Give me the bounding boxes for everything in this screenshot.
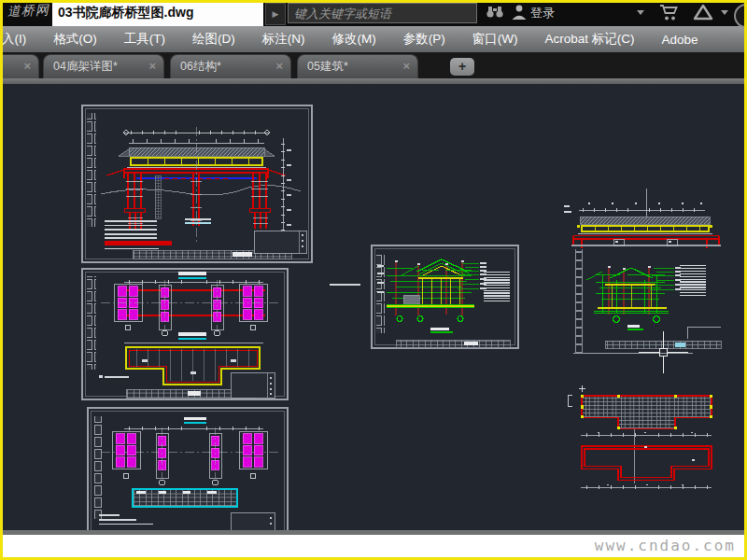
a360-caret-icon[interactable] <box>721 10 728 15</box>
tab-close-icon[interactable]: × <box>402 55 410 77</box>
login-caret-icon[interactable] <box>637 10 644 15</box>
autocad-window: 道桥网 03书院廊桥桥型图.dwg ▶ 登录 入(I) 格式(O) 工具(T <box>0 0 747 560</box>
view-right-elevation <box>564 189 721 248</box>
tab-03-partial[interactable]: * × <box>0 54 39 78</box>
sheet-bridge-elevation <box>82 105 312 262</box>
tab-close-icon[interactable]: × <box>275 55 283 77</box>
tab-close-icon[interactable]: × <box>148 55 156 77</box>
new-tab-button[interactable]: + <box>450 58 474 76</box>
menu-format[interactable]: 格式(O) <box>53 31 97 48</box>
search-input[interactable] <box>289 4 487 22</box>
site-logo: 道桥网 <box>7 2 53 26</box>
menu-tools[interactable]: 工具(T) <box>124 31 165 48</box>
menu-modify[interactable]: 修改(M) <box>332 31 376 48</box>
tab-04-langjia[interactable]: 04廊架详图* × <box>43 54 164 78</box>
login-button[interactable]: 登录 <box>530 5 555 21</box>
menu-parametric[interactable]: 参数(P) <box>403 31 445 48</box>
footer-bar: www.cndao.com <box>0 535 747 560</box>
sheet-pier-plan <box>82 269 288 399</box>
document-title: 03书院廊桥桥型图.dwg <box>52 0 263 26</box>
watermark-text: www.cndao.com <box>595 537 736 554</box>
binoculars-icon[interactable] <box>486 4 504 21</box>
title-bar: 道桥网 03书院廊桥桥型图.dwg ▶ 登录 <box>0 0 747 26</box>
drawing-canvas[interactable] <box>0 84 747 530</box>
menu-acrobat[interactable]: Acrobat 标记(C) <box>544 31 634 48</box>
menu-adobe[interactable]: Adobe <box>662 33 698 47</box>
menu-dimension[interactable]: 标注(N) <box>262 31 305 48</box>
sheet-foundation-plan <box>88 408 288 530</box>
search-field-wrap <box>288 3 477 23</box>
tab-05-jianzhu[interactable]: 05建筑* × <box>297 54 418 78</box>
view-right-section <box>573 249 721 353</box>
tab-06-jiegou[interactable]: 06结构* × <box>170 54 291 78</box>
search-expand-button[interactable]: ▶ <box>265 3 286 25</box>
menu-draw[interactable]: 绘图(D) <box>192 31 235 48</box>
tab-close-icon[interactable]: × <box>23 55 31 77</box>
menu-window[interactable]: 窗口(W) <box>472 31 518 48</box>
a360-icon[interactable] <box>693 4 713 21</box>
menu-bar: 入(I) 格式(O) 工具(T) 绘图(D) 标注(N) 修改(M) 参数(P)… <box>0 26 747 52</box>
cart-icon[interactable] <box>659 4 680 21</box>
user-icon[interactable] <box>511 4 528 21</box>
menu-insert[interactable]: 入(I) <box>2 31 26 48</box>
view-deck-sections <box>568 385 712 488</box>
help-icon[interactable] <box>734 4 747 28</box>
drawing-tab-bar: * × 04廊架详图* × 06结构* × 05建筑* × + <box>0 52 747 78</box>
tab-strip <box>0 78 747 84</box>
sheet-section-detail <box>372 245 518 348</box>
